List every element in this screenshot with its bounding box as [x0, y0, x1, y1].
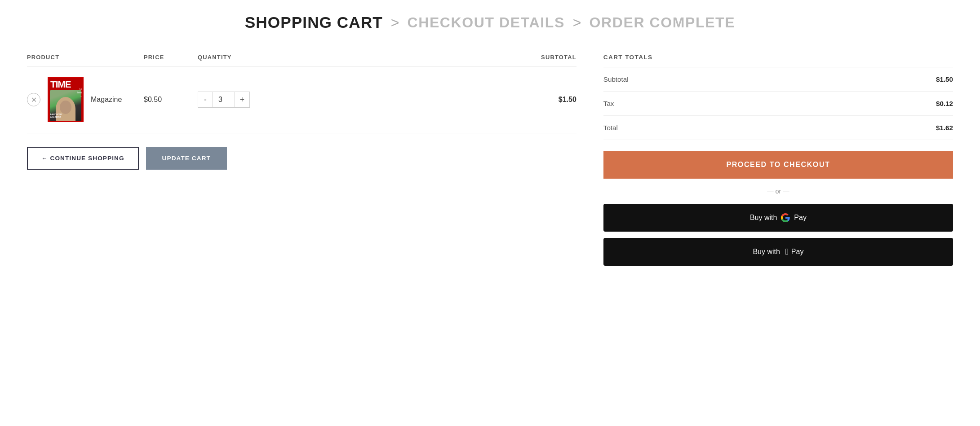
magazine-caption: LeonardoDiCaprio: [50, 113, 62, 119]
google-g-icon: [780, 213, 790, 223]
product-subtotal: $1.50: [279, 96, 576, 104]
col-price: PRICE: [144, 54, 198, 61]
product-price: $0.50: [144, 96, 198, 104]
subtotal-value: $1.50: [936, 75, 953, 83]
col-product: PRODUCT: [27, 54, 144, 61]
remove-item-button[interactable]: ✕: [27, 93, 40, 106]
update-cart-button[interactable]: UPDATE CART: [146, 147, 227, 170]
quantity-input[interactable]: [213, 92, 235, 108]
continue-shopping-button[interactable]: ← CONTINUE SHOPPING: [27, 147, 139, 170]
col-quantity: QUANTITY: [198, 54, 279, 61]
breadcrumb-step3: ORDER COMPLETE: [590, 14, 736, 31]
magazine-logo: TIME: [50, 80, 71, 89]
or-separator: — or —: [603, 188, 953, 195]
totals-section: CART TOTALS Subtotal $1.50 Tax $0.12 Tot…: [603, 54, 953, 266]
applepay-buy-with-label: Buy with: [753, 248, 780, 256]
col-subtotal: SUBTOTAL: [279, 54, 576, 61]
proceed-to-checkout-button[interactable]: PROCEED TO CHECKOUT: [603, 151, 953, 179]
product-cell: ✕ TIME 10best... LeonardoDiCaprio Magazi…: [27, 77, 144, 122]
breadcrumb: SHOPPING CART > CHECKOUT DETAILS > ORDER…: [27, 13, 953, 31]
cart-totals-title: CART TOTALS: [603, 54, 953, 67]
breadcrumb-sep2: >: [573, 14, 581, 31]
gpay-buy-with-label: Buy with: [750, 214, 777, 222]
breadcrumb-step2: CHECKOUT DETAILS: [408, 14, 565, 31]
quantity-cell: - +: [198, 92, 279, 108]
product-name: Magazine: [91, 96, 122, 104]
magazine-text: 10best...: [77, 88, 82, 98]
cart-actions: ← CONTINUE SHOPPING UPDATE CART: [27, 147, 576, 170]
tax-value: $0.12: [936, 100, 953, 107]
tax-label: Tax: [603, 100, 614, 107]
close-icon: ✕: [31, 96, 37, 104]
total-label: Total: [603, 124, 618, 132]
breadcrumb-step1: SHOPPING CART: [245, 13, 383, 31]
cart-table-header: PRODUCT PRICE QUANTITY SUBTOTAL: [27, 54, 576, 66]
table-row: ✕ TIME 10best... LeonardoDiCaprio Magazi…: [27, 66, 576, 133]
gpay-pay-label: Pay: [794, 214, 807, 222]
breadcrumb-sep1: >: [391, 14, 399, 31]
total-value: $1.62: [936, 124, 953, 132]
apple-pay-button[interactable]: Buy with  Pay: [603, 238, 953, 266]
quantity-decrease-button[interactable]: -: [198, 92, 213, 108]
tax-row: Tax $0.12: [603, 92, 953, 116]
applepay-pay-label: Pay: [791, 248, 804, 256]
applepay-apple-symbol: : [785, 247, 789, 257]
quantity-increase-button[interactable]: +: [235, 92, 250, 108]
subtotal-label: Subtotal: [603, 75, 629, 83]
main-layout: PRODUCT PRICE QUANTITY SUBTOTAL ✕ TIME 1…: [27, 54, 953, 266]
google-pay-button[interactable]: Buy with Pay: [603, 204, 953, 232]
subtotal-row: Subtotal $1.50: [603, 67, 953, 92]
product-image: TIME 10best... LeonardoDiCaprio: [48, 77, 84, 122]
cart-section: PRODUCT PRICE QUANTITY SUBTOTAL ✕ TIME 1…: [27, 54, 576, 170]
total-row: Total $1.62: [603, 116, 953, 140]
